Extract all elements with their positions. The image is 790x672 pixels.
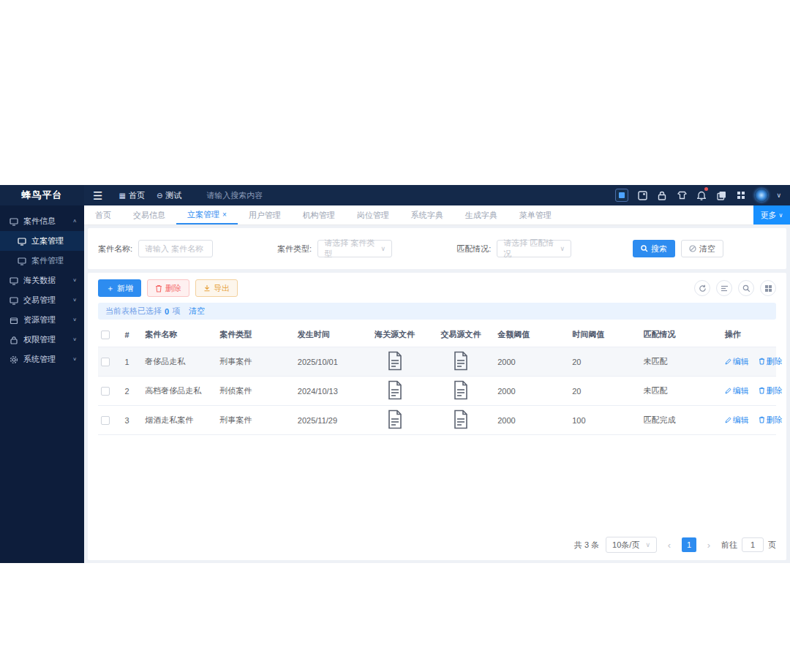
plus-icon: ＋ (106, 283, 114, 294)
clear-selection-link[interactable]: 清空 (189, 306, 205, 317)
grid-view-icon[interactable] (760, 280, 776, 296)
layers-icon[interactable] (715, 189, 727, 201)
user-avatar[interactable] (755, 189, 768, 202)
cases-table: # 案件名称 案件类型 发生时间 海关源文件 交易源文件 金额阈值 时间阈值 匹… (98, 322, 776, 435)
tab-home[interactable]: 首页 (84, 205, 122, 224)
prev-page-button[interactable]: ‹ (663, 540, 675, 551)
selection-info-bar: 当前表格已选择 0 项 清空 (98, 303, 776, 320)
global-search-input[interactable]: 请输入搜索内容 (206, 190, 263, 201)
trash-icon (759, 387, 765, 394)
pencil-icon (725, 358, 731, 365)
nav-test[interactable]: ⊖ 测试 (157, 190, 181, 201)
case-name-label: 案件名称: (98, 243, 132, 254)
customs-file-icon[interactable] (387, 351, 403, 372)
trade-file-icon[interactable] (453, 351, 469, 372)
export-button[interactable]: 导出 (195, 279, 238, 297)
chevron-down-icon[interactable]: ∨ (776, 192, 781, 199)
sidebar-item-case-info[interactable]: 案件信息 ∧ (0, 211, 84, 231)
tab-gen-dict[interactable]: 生成字典 (454, 205, 508, 224)
customs-file-icon[interactable] (387, 409, 403, 431)
trade-file-icon[interactable] (453, 409, 469, 431)
sidebar-item-system-mgmt[interactable]: 系统管理 ∨ (0, 350, 84, 369)
edit-link[interactable]: 编辑 (725, 385, 749, 396)
chevron-down-icon: ∨ (645, 541, 650, 548)
hamburger-menu-icon[interactable]: ☰ (93, 190, 102, 201)
screenshot-icon[interactable] (636, 189, 648, 201)
delete-link[interactable]: 删除 (759, 356, 783, 367)
total-count: 共 3 条 (574, 540, 599, 551)
chevron-down-icon: ∨ (381, 245, 386, 252)
case-name-input[interactable] (138, 240, 213, 257)
tab-user-mgmt[interactable]: 用户管理 (238, 205, 292, 224)
monitor-icon (10, 217, 18, 226)
case-type-label: 案件类型: (277, 243, 312, 254)
table-header-row: # 案件名称 案件类型 发生时间 海关源文件 交易源文件 金额阈值 时间阈值 匹… (98, 322, 776, 347)
sidebar-item-label: 立案管理 (31, 235, 64, 246)
chevron-down-icon: ∨ (779, 212, 783, 219)
box-icon (10, 316, 18, 325)
row-checkbox[interactable] (101, 358, 110, 366)
row-checkbox[interactable] (101, 387, 110, 396)
delete-link[interactable]: 删除 (759, 415, 783, 426)
goto-page-input[interactable] (742, 537, 764, 552)
tab-filing-mgmt[interactable]: 立案管理 × (176, 205, 238, 224)
search-toggle-icon[interactable] (738, 280, 754, 296)
sidebar-item-label: 交易管理 (23, 295, 56, 306)
trade-file-icon[interactable] (453, 380, 469, 401)
chevron-up-icon: ∧ (72, 219, 77, 224)
sidebar-item-label: 权限管理 (23, 334, 56, 345)
fullscreen-icon[interactable] (735, 189, 747, 201)
clear-button[interactable]: 清空 (681, 240, 723, 257)
shield-lock-icon (10, 336, 18, 344)
sidebar-item-filing-mgmt[interactable]: 立案管理 (0, 231, 84, 251)
tagview-icon[interactable] (615, 189, 628, 202)
trash-icon (759, 358, 765, 365)
tab-post-mgmt[interactable]: 岗位管理 (346, 205, 400, 224)
search-button[interactable]: 搜索 (633, 240, 675, 257)
monitor-icon (18, 257, 26, 265)
tab-trade-info[interactable]: 交易信息 (122, 205, 176, 224)
chevron-down-icon: ∨ (72, 357, 77, 362)
col-case-type: 案件类型 (217, 322, 295, 347)
case-type-select[interactable]: 请选择 案件类型∨ (317, 240, 392, 257)
more-tabs-button[interactable]: 更多∨ (753, 205, 790, 224)
next-page-button[interactable]: › (703, 540, 715, 551)
grid-icon: ▦ (118, 192, 125, 200)
sidebar-item-resource-mgmt[interactable]: 资源管理 ∨ (0, 310, 84, 330)
bell-icon[interactable] (696, 189, 707, 201)
trash-icon (759, 416, 765, 423)
sidebar-item-customs-data[interactable]: 海关数据 ∨ (0, 271, 84, 290)
close-icon[interactable]: × (222, 211, 227, 219)
customs-file-icon[interactable] (387, 380, 403, 401)
tab-org-mgmt[interactable]: 机构管理 (292, 205, 346, 224)
table-row: 2 高档奢侈品走私 刑侦案件 2024/10/13 2000 20 未匹配 (98, 377, 776, 406)
nav-home[interactable]: ▦ 首页 (118, 190, 144, 201)
sidebar-item-permission-mgmt[interactable]: 权限管理 ∨ (0, 330, 84, 350)
column-settings-icon[interactable] (716, 280, 732, 296)
select-all-checkbox[interactable] (101, 331, 110, 339)
refresh-icon[interactable] (694, 280, 710, 296)
edit-link[interactable]: 编辑 (725, 356, 749, 367)
lock-icon[interactable] (656, 189, 668, 201)
table-panel: ＋新增 删除 导出 (88, 273, 786, 560)
current-page-button[interactable]: 1 (682, 537, 696, 552)
match-status-select[interactable]: 请选择 匹配情况∨ (497, 240, 571, 257)
match-status-label: 匹配情况: (456, 243, 491, 254)
theme-icon[interactable] (676, 189, 688, 201)
delete-button[interactable]: 删除 (147, 279, 189, 297)
add-button[interactable]: ＋新增 (98, 279, 141, 297)
row-checkbox[interactable] (101, 416, 110, 425)
edit-link[interactable]: 编辑 (725, 415, 749, 426)
sidebar-item-label: 海关数据 (23, 275, 56, 286)
delete-link[interactable]: 删除 (759, 385, 783, 396)
sidebar-item-trade-mgmt[interactable]: 交易管理 ∨ (0, 290, 84, 310)
filter-panel: 案件名称: 案件类型: 请选择 案件类型∨ 匹配情况: 请选 (88, 228, 786, 269)
chevron-down-icon: ∨ (72, 317, 77, 322)
tab-menu-mgmt[interactable]: 菜单管理 (508, 205, 563, 224)
table-row: 3 烟酒走私案件 刑事案件 2025/11/29 2000 100 匹配完成 (98, 406, 776, 435)
tab-system-dict[interactable]: 系统字典 (400, 205, 454, 224)
pencil-icon (725, 388, 731, 394)
page-size-select[interactable]: 10条/页∨ (606, 537, 657, 553)
sidebar-item-case-mgmt[interactable]: 案件管理 (0, 251, 84, 271)
col-date: 发生时间 (295, 322, 363, 347)
